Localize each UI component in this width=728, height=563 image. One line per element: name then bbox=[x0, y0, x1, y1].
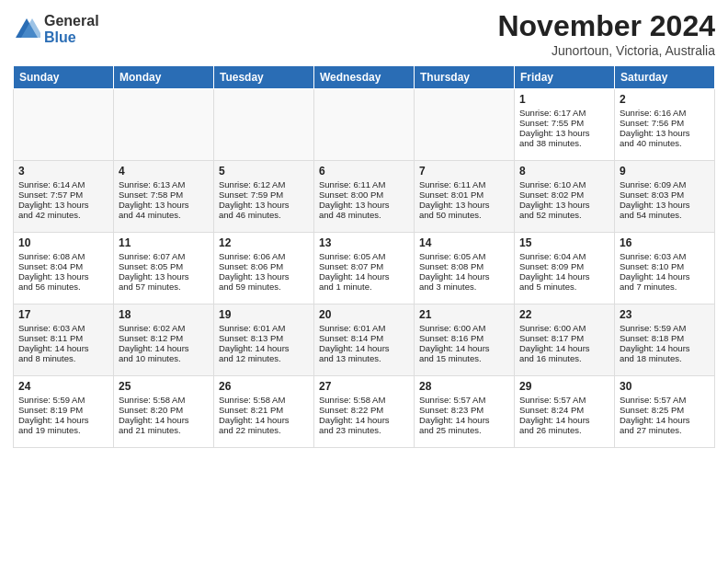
day-number: 17 bbox=[18, 308, 108, 321]
logo-icon bbox=[13, 16, 40, 43]
calendar-cell: 30Sunrise: 5:57 AMSunset: 8:25 PMDayligh… bbox=[615, 376, 715, 448]
cell-text: Sunrise: 6:10 AM bbox=[519, 179, 609, 190]
calendar-cell: 21Sunrise: 6:00 AMSunset: 8:16 PMDayligh… bbox=[415, 304, 515, 376]
cell-text: Sunset: 7:59 PM bbox=[219, 190, 309, 200]
cell-text: and 8 minutes. bbox=[18, 353, 108, 363]
day-number: 18 bbox=[119, 308, 209, 321]
calendar-cell bbox=[114, 89, 214, 161]
logo: General Blue bbox=[13, 13, 99, 45]
cell-text: Sunset: 8:03 PM bbox=[620, 190, 710, 200]
calendar-cell: 17Sunrise: 6:03 AMSunset: 8:11 PMDayligh… bbox=[14, 304, 114, 376]
cell-text: and 48 minutes. bbox=[319, 210, 409, 220]
week-row-1: 1Sunrise: 6:17 AMSunset: 7:55 PMDaylight… bbox=[14, 89, 715, 161]
cell-text: Daylight: 14 hours bbox=[419, 343, 509, 353]
calendar-cell: 5Sunrise: 6:12 AMSunset: 7:59 PMDaylight… bbox=[214, 161, 314, 233]
cell-text: Sunset: 8:01 PM bbox=[419, 190, 509, 200]
day-number: 7 bbox=[419, 165, 509, 178]
calendar-header: Sunday Monday Tuesday Wednesday Thursday… bbox=[14, 66, 715, 89]
cell-text: and 25 minutes. bbox=[419, 425, 509, 435]
cell-text: Sunset: 7:55 PM bbox=[519, 118, 609, 128]
day-number: 23 bbox=[620, 308, 710, 321]
cell-text: and 21 minutes. bbox=[119, 425, 209, 435]
day-number: 30 bbox=[620, 380, 710, 393]
month-title: November 2024 bbox=[497, 9, 715, 43]
cell-text: Sunset: 8:19 PM bbox=[18, 405, 108, 415]
cell-text: Sunset: 7:57 PM bbox=[18, 190, 108, 200]
cell-text: Sunrise: 5:59 AM bbox=[18, 395, 108, 405]
cell-text: Daylight: 13 hours bbox=[119, 271, 209, 282]
calendar-cell: 2Sunrise: 6:16 AMSunset: 7:56 PMDaylight… bbox=[615, 89, 715, 161]
calendar-cell: 20Sunrise: 6:01 AMSunset: 8:14 PMDayligh… bbox=[314, 304, 415, 376]
day-number: 12 bbox=[219, 236, 309, 249]
calendar-cell bbox=[14, 89, 114, 161]
col-saturday: Saturday bbox=[615, 66, 715, 89]
cell-text: Daylight: 14 hours bbox=[419, 271, 509, 282]
cell-text: Sunset: 8:24 PM bbox=[519, 405, 609, 415]
cell-text: Sunset: 8:11 PM bbox=[18, 333, 108, 343]
calendar-cell: 11Sunrise: 6:07 AMSunset: 8:05 PMDayligh… bbox=[114, 233, 214, 304]
cell-text: Sunset: 8:06 PM bbox=[219, 261, 309, 271]
header: General Blue November 2024 Junortoun, Vi… bbox=[13, 9, 715, 58]
cell-text: Daylight: 13 hours bbox=[419, 200, 509, 210]
cell-text: Daylight: 14 hours bbox=[119, 343, 209, 353]
cell-text: Sunrise: 6:11 AM bbox=[419, 179, 509, 190]
cell-text: and 57 minutes. bbox=[119, 282, 209, 292]
day-number: 10 bbox=[18, 236, 108, 249]
cell-text: Daylight: 13 hours bbox=[18, 271, 108, 282]
cell-text: and 46 minutes. bbox=[219, 210, 309, 220]
calendar-cell: 13Sunrise: 6:05 AMSunset: 8:07 PMDayligh… bbox=[314, 233, 415, 304]
cell-text: Daylight: 14 hours bbox=[519, 271, 609, 282]
cell-text: Sunset: 8:17 PM bbox=[519, 333, 609, 343]
cell-text: Sunrise: 6:14 AM bbox=[18, 179, 108, 190]
day-number: 14 bbox=[419, 236, 509, 249]
calendar-cell: 24Sunrise: 5:59 AMSunset: 8:19 PMDayligh… bbox=[14, 376, 114, 448]
col-wednesday: Wednesday bbox=[314, 66, 415, 89]
calendar-cell bbox=[415, 89, 515, 161]
calendar-cell: 12Sunrise: 6:06 AMSunset: 8:06 PMDayligh… bbox=[214, 233, 314, 304]
cell-text: Sunrise: 5:58 AM bbox=[319, 395, 409, 405]
day-number: 9 bbox=[620, 165, 710, 178]
day-number: 29 bbox=[519, 380, 609, 393]
calendar-cell: 8Sunrise: 6:10 AMSunset: 8:02 PMDaylight… bbox=[515, 161, 615, 233]
calendar-cell: 3Sunrise: 6:14 AMSunset: 7:57 PMDaylight… bbox=[14, 161, 114, 233]
cell-text: Sunset: 8:10 PM bbox=[620, 261, 710, 271]
calendar-cell: 27Sunrise: 5:58 AMSunset: 8:22 PMDayligh… bbox=[314, 376, 415, 448]
cell-text: Sunrise: 6:01 AM bbox=[319, 323, 409, 333]
cell-text: Sunrise: 6:03 AM bbox=[620, 251, 710, 261]
cell-text: and 40 minutes. bbox=[620, 138, 710, 148]
cell-text: Sunrise: 6:17 AM bbox=[519, 108, 609, 118]
day-number: 8 bbox=[519, 165, 609, 178]
cell-text: and 23 minutes. bbox=[319, 425, 409, 435]
cell-text: Sunrise: 6:11 AM bbox=[319, 179, 409, 190]
cell-text: Sunrise: 6:00 AM bbox=[519, 323, 609, 333]
day-number: 2 bbox=[620, 93, 710, 106]
calendar-cell: 7Sunrise: 6:11 AMSunset: 8:01 PMDaylight… bbox=[415, 161, 515, 233]
cell-text: and 7 minutes. bbox=[620, 282, 710, 292]
cell-text: and 52 minutes. bbox=[519, 210, 609, 220]
calendar-cell: 18Sunrise: 6:02 AMSunset: 8:12 PMDayligh… bbox=[114, 304, 214, 376]
cell-text: Sunrise: 5:57 AM bbox=[519, 395, 609, 405]
calendar-table: Sunday Monday Tuesday Wednesday Thursday… bbox=[13, 65, 715, 448]
cell-text: Sunrise: 6:05 AM bbox=[419, 251, 509, 261]
col-sunday: Sunday bbox=[14, 66, 114, 89]
calendar-cell: 29Sunrise: 5:57 AMSunset: 8:24 PMDayligh… bbox=[515, 376, 615, 448]
calendar-cell: 26Sunrise: 5:58 AMSunset: 8:21 PMDayligh… bbox=[214, 376, 314, 448]
calendar-cell bbox=[314, 89, 415, 161]
cell-text: Sunset: 8:18 PM bbox=[620, 333, 710, 343]
cell-text: Sunrise: 6:01 AM bbox=[219, 323, 309, 333]
cell-text: Sunrise: 5:59 AM bbox=[620, 323, 710, 333]
cell-text: Sunset: 8:07 PM bbox=[319, 261, 409, 271]
calendar-cell: 25Sunrise: 5:58 AMSunset: 8:20 PMDayligh… bbox=[114, 376, 214, 448]
logo-general-text: General bbox=[44, 13, 99, 29]
cell-text: Sunrise: 6:04 AM bbox=[519, 251, 609, 261]
cell-text: Daylight: 13 hours bbox=[519, 128, 609, 138]
cell-text: Sunrise: 5:58 AM bbox=[219, 395, 309, 405]
day-number: 15 bbox=[519, 236, 609, 249]
col-monday: Monday bbox=[114, 66, 214, 89]
day-number: 13 bbox=[319, 236, 409, 249]
cell-text: Daylight: 13 hours bbox=[519, 200, 609, 210]
day-number: 28 bbox=[419, 380, 509, 393]
cell-text: and 56 minutes. bbox=[18, 282, 108, 292]
cell-text: and 59 minutes. bbox=[219, 282, 309, 292]
cell-text: Daylight: 14 hours bbox=[519, 415, 609, 425]
